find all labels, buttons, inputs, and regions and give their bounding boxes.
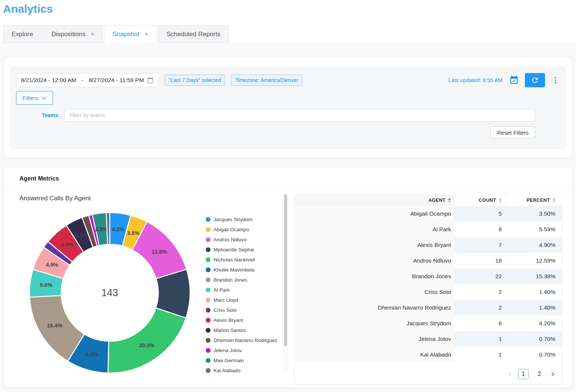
schedule-report-button[interactable] [509,75,519,85]
column-header-agent[interactable]: AGENT [295,194,455,206]
calendar-icon [147,77,154,84]
agent-table: AGENTCOUNTPERCENT Abigail Ocampo53.50%Al… [295,194,561,384]
slice-label: 12.6% [152,249,167,255]
tab-label: Explore [12,31,33,38]
table-header-row: AGENTCOUNTPERCENT [295,194,561,206]
legend-item-nicholas-nankivell[interactable]: Nicholas Nankivell [206,255,277,265]
chart-panel: Answered Calls By Agent 4.2%3.5%12.6%9.8… [10,192,288,374]
slice-label: 3.5% [75,232,87,238]
percent-cell: 1.40% [505,300,561,316]
legend-item-criss-soto[interactable]: Criss Soto [206,305,277,315]
table-body: Abigail Ocampo53.50%Al Park85.59%Alexis … [295,206,561,363]
page-button-1[interactable]: 1 [518,369,529,379]
page-title: Analytics [3,2,576,16]
analytics-page: Analytics ExploreDispositions×Snapshot×S… [0,2,576,392]
filter-badges: "Last 7 Days" selectedTimezone: America/… [159,75,302,86]
count-cell: 7 [455,237,505,253]
legend-item-al-park[interactable]: Al Park [206,285,277,295]
legend-item-abigail-ocampo[interactable]: Abigail Ocampo [206,225,277,235]
refresh-button[interactable] [525,73,545,87]
reset-row: Reset Filters [16,126,560,138]
page-button-2[interactable]: 2 [534,369,545,379]
table-row-criss-soto: Criss Soto21.40% [295,284,561,300]
legend-dot [206,308,211,313]
teams-filter-input[interactable] [65,109,535,122]
legend-label: Al Park [214,287,230,293]
slice-label: 5.6% [40,282,52,288]
percent-cell: 1.40% [505,284,561,300]
table-row-al-park: Al Park85.59% [295,222,561,237]
legend-label: Max Germain [214,358,244,363]
legend-item-marlon-santos[interactable]: Marlon Santos [206,325,277,335]
legend-item-alexis-bryant[interactable]: Alexis Bryant [206,315,277,325]
tab-scheduled-reports[interactable]: Scheduled Reports [158,25,229,43]
percent-cell: 5.59% [505,222,561,237]
column-header-percent[interactable]: PERCENT [505,194,561,206]
column-header-count[interactable]: COUNT [455,194,505,206]
tab-close-icon[interactable]: × [91,31,94,37]
sort-icon [448,198,451,203]
filter-badge-1: Timezone: America/Denver [231,75,302,86]
percent-cell: 4.20% [505,316,561,331]
more-options-button[interactable] [553,75,558,85]
column-label: COUNT [479,198,496,203]
legend-label: Mphoentle Sephai [214,247,254,253]
tab-dispositions[interactable]: Dispositions× [43,25,103,43]
legend-label: Nicholas Nankivell [214,257,255,263]
tab-snapshot[interactable]: Snapshot× [104,25,157,43]
teams-filter-row: Teams: [16,109,560,122]
filter-card: 8/21/2024 - 12:00 AM - 8/27/2024 - 11:59… [4,57,572,158]
filters-dropdown-button[interactable]: Filters [16,91,53,105]
legend-item-jelena-jotov[interactable]: Jelena Jotov [206,345,277,355]
legend-item-max-germain[interactable]: Max Germain [206,355,277,366]
legend-label: Jacques Strydom [214,217,252,222]
slice-label: 4.9% [46,262,58,268]
legend-item-brandon-jones[interactable]: Brandon Jones [206,275,277,285]
tab-explore[interactable]: Explore [3,25,42,43]
content-area: 8/21/2024 - 12:00 AM - 8/27/2024 - 11:59… [0,43,576,392]
legend-item-khulile-mavimbela[interactable]: Khulile Mavimbela [206,265,277,275]
chart-title: Answered Calls By Agent [19,195,91,202]
scrollbar-thumb[interactable] [284,194,287,346]
legend-label: Criss Soto [214,307,237,313]
legend-item-mphoentle-sephai[interactable]: Mphoentle Sephai [206,245,277,255]
date-range-input[interactable]: 8/21/2024 - 12:00 AM - 8/27/2024 - 11:59… [16,73,159,87]
tab-close-icon[interactable]: × [144,31,148,37]
slice-label: 4.2% [112,226,124,232]
metrics-body: Answered Calls By Agent 4.2%3.5%12.6%9.8… [4,189,572,384]
agent-cell: Dhemian Navarro Rodriguez [295,300,455,316]
table-row-abigail-ocampo: Abigail Ocampo53.50% [295,206,561,222]
agent-cell: Jelena Jotov [295,331,455,347]
legend-dot [206,298,211,302]
legend-item-andros-ndluvo[interactable]: Andros Ndluvo [206,235,277,245]
prev-page-button[interactable] [507,371,513,377]
pagination: 12 [295,369,561,379]
reset-filters-button[interactable]: Reset Filters [491,126,535,138]
legend-label: Marc Lloyd [214,297,238,303]
slice-label: 2.8% [95,226,108,232]
table-panel: AGENTCOUNTPERCENT Abigail Ocampo53.50%Al… [288,192,567,384]
legend-label: Alexis Bryant [214,317,243,323]
count-cell: 22 [455,269,505,284]
next-page-button[interactable] [550,371,555,377]
legend-label: Jelena Jotov [214,348,242,353]
legend-item-marc-lloyd[interactable]: Marc Lloyd [206,295,277,305]
date-end: 8/27/2024 - 11:59 PM [88,77,144,84]
legend-dot [206,217,211,222]
legend-item-dhemian-navarro-rodriguez[interactable]: Dhemian Navarro Rodriguez [206,335,277,345]
legend-item-kai-alabado[interactable]: Kai Alabado [206,366,277,374]
slice-label: 9.8% [168,291,180,297]
table-row-dhemian-navarro-rodriguez: Dhemian Navarro Rodriguez21.40% [295,300,561,316]
legend-label: Abigail Ocampo [214,227,249,232]
legend-dot [206,358,211,363]
legend-dot [206,368,211,373]
chart-scrollbar[interactable] [283,193,288,373]
donut-slice-nicholas-nankivell[interactable] [108,308,186,373]
legend-item-jacques-strydom[interactable]: Jacques Strydom [206,214,277,225]
agent-cell: Al Park [295,222,455,237]
table-row-jelena-jotov: Jelena Jotov10.70% [295,331,561,347]
filter-panel: 8/21/2024 - 12:00 AM - 8/27/2024 - 11:59… [10,66,566,149]
filters-row: Filters [16,91,560,105]
slice-label: 4.9% [61,242,73,248]
filters-button-label: Filters [22,95,38,101]
